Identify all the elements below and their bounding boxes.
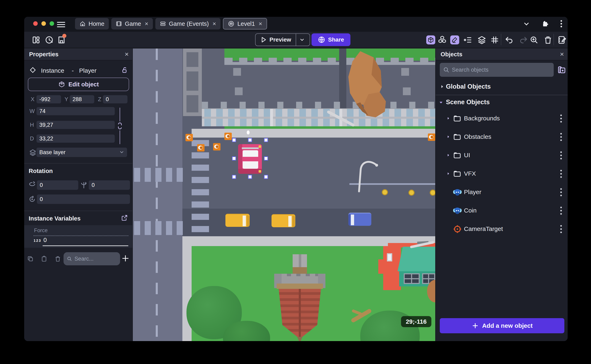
selection-handle[interactable] [248, 138, 252, 142]
rotation-x-field[interactable] [37, 180, 78, 190]
selection-handle[interactable] [232, 138, 236, 142]
chevron-down-icon[interactable] [523, 20, 530, 27]
coin[interactable] [430, 189, 435, 196]
folder-row-obstacles[interactable]: Obstacles [436, 128, 568, 146]
unlock-icon[interactable] [121, 66, 128, 74]
global-objects-row[interactable]: Global Objects [436, 82, 568, 92]
chevron-right-icon[interactable] [446, 116, 451, 120]
history-icon[interactable] [45, 35, 54, 45]
kebab-menu-icon[interactable] [560, 188, 563, 197]
trash-icon[interactable] [54, 255, 61, 262]
tab-close-icon[interactable]: × [145, 21, 148, 27]
blue-car[interactable] [348, 213, 371, 226]
share-button[interactable]: Share [312, 33, 350, 46]
variables-search[interactable] [64, 252, 120, 265]
selected-player-car[interactable] [238, 144, 262, 174]
layers-icon[interactable] [477, 35, 486, 45]
edit-object-button[interactable]: Edit object [28, 78, 129, 91]
rotation-z-field[interactable] [37, 195, 130, 204]
folder-row-backgrounds[interactable]: Backgrounds [436, 109, 568, 128]
kebab-menu-icon[interactable] [560, 224, 563, 234]
extension-icon[interactable] [541, 20, 549, 27]
toggle-3d-view-icon[interactable] [426, 35, 435, 45]
traffic-cone[interactable] [213, 143, 220, 150]
building-roof[interactable] [202, 49, 224, 108]
instances-list-icon[interactable] [463, 35, 472, 45]
variable-row[interactable]: Force 123 0 [24, 225, 132, 248]
traffic-cone[interactable] [224, 133, 232, 140]
traffic-cone[interactable] [186, 134, 193, 141]
lamppost[interactable] [354, 159, 380, 194]
add-variable-icon[interactable] [121, 254, 130, 263]
save-icon[interactable] [57, 35, 66, 45]
object-row-cameratarget[interactable]: CameraTarget [436, 220, 568, 238]
h-field[interactable] [36, 121, 115, 129]
kebab-menu-icon[interactable] [560, 132, 563, 142]
kebab-menu-icon[interactable] [560, 114, 563, 123]
kebab-menu-icon[interactable] [560, 206, 563, 215]
link-dimensions-icon[interactable] [117, 121, 123, 130]
layer-select[interactable]: Base layer [36, 148, 127, 157]
coin[interactable] [408, 189, 415, 196]
add-new-object-button[interactable]: Add a new object [440, 318, 564, 333]
tab-close-icon[interactable]: × [212, 21, 216, 27]
selection-handle[interactable] [248, 175, 252, 179]
scene-notes-edit-icon[interactable] [558, 35, 566, 45]
chevron-right-icon[interactable] [446, 153, 451, 157]
preview-button[interactable]: Preview [255, 33, 310, 46]
house[interactable] [378, 241, 435, 290]
kebab-menu-icon[interactable] [560, 151, 563, 160]
window-zoom-button[interactable] [50, 21, 54, 26]
orange-tree[interactable] [330, 50, 391, 120]
folder-row-vfx[interactable]: VFX [436, 165, 568, 183]
preview-options-chevron-icon[interactable] [299, 37, 305, 43]
undo-icon[interactable] [505, 35, 513, 45]
yellow-car[interactable] [272, 214, 295, 227]
selection-rotation-handle[interactable] [247, 130, 250, 135]
object-row-coin[interactable]: Coin [436, 202, 568, 220]
coin[interactable] [382, 189, 388, 195]
folder-row-ui[interactable]: UI [436, 146, 568, 165]
tab-home[interactable]: Home [75, 18, 109, 29]
layout-panels-icon[interactable] [32, 35, 40, 45]
parapet-tower[interactable] [183, 49, 202, 116]
tab-game-events[interactable]: Game (Events) × [155, 18, 221, 29]
paste-icon[interactable] [41, 255, 47, 262]
window-close-button[interactable] [33, 21, 38, 26]
redo-icon[interactable] [519, 35, 528, 45]
kebab-menu-icon[interactable] [560, 20, 562, 28]
selection-handle[interactable] [232, 175, 236, 179]
objects-search[interactable] [440, 63, 554, 77]
traffic-cone[interactable] [197, 144, 205, 151]
zoom-in-icon[interactable] [530, 35, 538, 45]
d-field[interactable] [36, 135, 115, 143]
selection-handle[interactable] [232, 156, 236, 161]
grid-icon[interactable] [490, 35, 499, 45]
x-field[interactable] [36, 95, 61, 103]
yellow-car[interactable] [226, 214, 250, 227]
edit-mode-pencil-icon[interactable] [450, 35, 459, 45]
rotation-y-field[interactable] [89, 180, 130, 190]
trash-icon[interactable] [544, 35, 552, 45]
building-roof[interactable] [224, 61, 339, 108]
chevron-right-icon[interactable] [446, 172, 451, 176]
tab-game[interactable]: Game × [111, 18, 153, 29]
tab-close-icon[interactable]: × [259, 21, 262, 27]
selection-handle[interactable] [264, 138, 268, 142]
objects-search-input[interactable] [452, 67, 551, 73]
scene-objects-row[interactable]: Scene Objects [436, 97, 568, 107]
scene-canvas[interactable]: 29;-116 [133, 49, 435, 341]
brick-tower-building[interactable] [268, 253, 332, 341]
open-variables-icon[interactable] [121, 214, 128, 221]
kebab-menu-icon[interactable] [560, 169, 563, 179]
variable-value[interactable]: 0 [43, 237, 47, 243]
menu-icon[interactable] [57, 20, 65, 28]
close-icon[interactable]: × [560, 50, 564, 58]
y-field[interactable] [70, 95, 94, 103]
variables-search-input[interactable] [74, 256, 117, 262]
copy-icon[interactable] [27, 255, 33, 262]
tab-level1[interactable]: Level1 × [223, 18, 267, 29]
selection-handle[interactable] [264, 156, 268, 161]
object-row-player[interactable]: Player [436, 183, 568, 202]
z-field[interactable] [103, 95, 127, 103]
